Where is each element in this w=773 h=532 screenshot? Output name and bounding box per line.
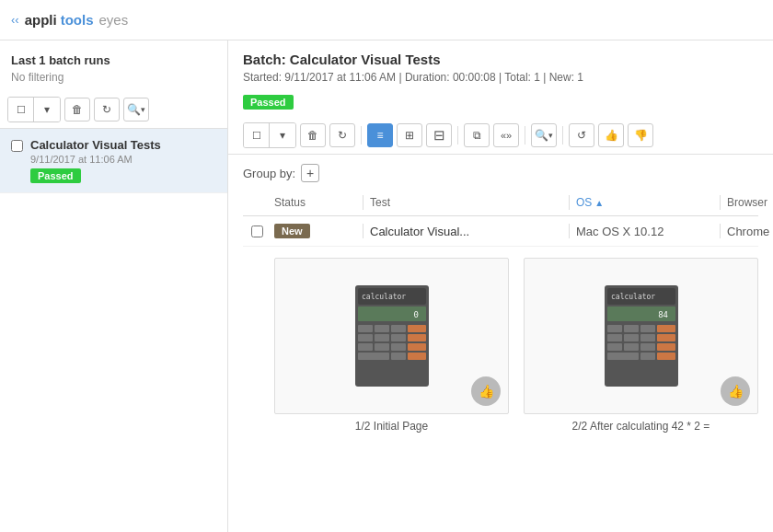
checkbox-icon: ☐ — [252, 130, 261, 142]
col-test-header: Test — [366, 196, 569, 209]
screenshots-row: calculator 0 — [274, 247, 758, 447]
svg-rect-9 — [358, 334, 373, 341]
screenshot-label-2: 2/2 After calculating 42 * 2 = — [524, 420, 758, 433]
screenshot-item-1: calculator 0 — [274, 258, 509, 433]
toolbar-nav-button[interactable]: «» — [493, 123, 519, 147]
compare-icon: ⧉ — [473, 129, 481, 142]
toolbar-search-button[interactable]: 🔍 ▾ — [531, 123, 557, 147]
row-browser-cell: Chrome — [723, 225, 773, 238]
group-by-row: Group by: + — [243, 155, 758, 190]
thumbs-up-overlay-2[interactable]: 👍 — [721, 376, 750, 406]
toolbar-grid-small-button[interactable]: ⊞ — [397, 123, 422, 147]
toolbar-compare-button[interactable]: ⧉ — [464, 123, 490, 147]
svg-rect-34 — [624, 343, 639, 351]
calc-thumbnail-1: calculator 0 — [351, 281, 433, 391]
toolbar-grid-large-button[interactable]: ⊟ — [426, 123, 452, 147]
batch-passed-badge: Passed — [243, 95, 294, 110]
search-icon: 🔍 — [127, 103, 141, 116]
toolbar-select-dropdown[interactable]: ▾ — [270, 123, 295, 147]
svg-rect-38 — [640, 353, 655, 360]
row-div1 — [363, 224, 363, 238]
screenshot-frame-2[interactable]: calculator 84 — [524, 258, 758, 414]
chevron-down-icon: ▾ — [280, 129, 285, 142]
sidebar-subtitle: No filtering — [11, 71, 216, 84]
thumbs-down-icon: 👎 — [634, 129, 648, 142]
sidebar-refresh-button[interactable]: ↻ — [94, 98, 120, 121]
screenshot-frame-1[interactable]: calculator 0 — [274, 258, 509, 414]
svg-rect-35 — [640, 343, 655, 351]
sidebar-toolbar: ☐ ▾ 🗑 ↻ 🔍 ▾ — [0, 91, 227, 129]
toolbar-thumbs-down-button[interactable]: 👎 — [628, 123, 653, 147]
sidebar-item-checkbox[interactable] — [11, 140, 23, 152]
search-icon: 🔍 — [535, 129, 548, 142]
logo-back-arrow[interactable]: ‹‹ — [11, 13, 19, 27]
batch-status: Passed — [243, 91, 758, 110]
search-dropdown-icon: ▾ — [141, 105, 145, 114]
col-test-label: Test — [370, 196, 390, 209]
sidebar-item-badge: Passed — [30, 168, 81, 183]
svg-rect-5 — [358, 325, 373, 332]
svg-rect-17 — [358, 353, 389, 360]
sidebar-list: Calculator Visual Tests 9/11/2017 at 11:… — [0, 129, 227, 532]
svg-rect-10 — [375, 334, 389, 341]
svg-text:0: 0 — [413, 310, 418, 319]
thumbs-up-overlay-1[interactable]: 👍 — [471, 376, 501, 406]
sidebar-header: Last 1 batch runs No filtering — [0, 40, 227, 91]
screenshot-item-2: calculator 84 — [524, 258, 758, 433]
svg-rect-11 — [391, 334, 406, 341]
screenshot-label-1: 1/2 Initial Page — [274, 420, 509, 433]
col-browser-label: Browser — [727, 196, 767, 209]
sidebar-select-checkbox[interactable]: ☐ — [8, 98, 34, 121]
calc-thumbnail-2: calculator 84 — [600, 281, 683, 391]
svg-rect-15 — [391, 343, 406, 351]
svg-rect-26 — [624, 325, 639, 332]
col-os-header[interactable]: OS ▲ — [572, 196, 720, 209]
chevron-down-icon: ▾ — [44, 103, 50, 116]
col-div3 — [720, 195, 721, 210]
svg-rect-29 — [607, 334, 622, 341]
toolbar-select-checkbox[interactable]: ☐ — [244, 123, 270, 147]
grid-small-icon: ⊞ — [405, 129, 414, 142]
sidebar-batch-item[interactable]: Calculator Visual Tests 9/11/2017 at 11:… — [0, 129, 227, 193]
toolbar-refresh-button[interactable]: ↻ — [329, 123, 355, 147]
sidebar-search-button[interactable]: 🔍 ▾ — [123, 98, 149, 121]
col-status-label: Status — [274, 196, 306, 209]
list-view-icon: ≡ — [376, 129, 383, 142]
sort-up-icon: ▲ — [594, 198, 604, 208]
col-div2 — [569, 195, 570, 210]
sidebar-item-content: Calculator Visual Tests 9/11/2017 at 11:… — [30, 138, 216, 183]
toolbar-delete-button[interactable]: 🗑 — [300, 123, 326, 147]
toolbar-sep4 — [562, 126, 563, 145]
col-os-label: OS — [576, 196, 592, 209]
svg-text:calculator: calculator — [611, 293, 655, 301]
table-header: Status Test OS ▲ Browser Viewport — [243, 190, 758, 216]
toolbar-sep1 — [361, 126, 362, 145]
checkbox-icon: ☐ — [17, 104, 26, 116]
content-toolbar: ☐ ▾ 🗑 ↻ ≡ ⊞ — [243, 117, 758, 154]
logo-eyes: eyes — [99, 12, 129, 28]
svg-rect-13 — [358, 343, 373, 351]
svg-rect-32 — [657, 334, 675, 341]
sidebar-item-date: 9/11/2017 at 11:06 AM — [30, 154, 216, 165]
toolbar-sep2 — [457, 126, 458, 145]
thumbs-up-icon-1: 👍 — [479, 384, 494, 399]
col-browser-header: Browser — [723, 196, 773, 209]
trash-icon: 🗑 — [307, 129, 318, 142]
toolbar-thumbs-up-button[interactable]: 👍 — [598, 123, 624, 147]
toolbar-list-view-button[interactable]: ≡ — [367, 123, 393, 147]
nav-left-icon: «» — [501, 130, 512, 141]
sidebar-delete-button[interactable]: 🗑 — [64, 98, 90, 121]
toolbar-undo-button[interactable]: ↺ — [569, 123, 594, 147]
group-by-add-button[interactable]: + — [301, 164, 319, 182]
table-area: Group by: + Status Test OS ▲ — [228, 155, 773, 532]
toolbar-sep3 — [525, 126, 525, 145]
app-header: ‹‹ applitools eyes — [0, 0, 773, 40]
svg-rect-27 — [640, 325, 655, 332]
row-checkbox-cell — [243, 226, 271, 237]
sidebar-item-name: Calculator Visual Tests — [30, 138, 216, 152]
sidebar-select-dropdown[interactable]: ▾ — [34, 98, 60, 121]
group-by-label: Group by: — [243, 167, 295, 180]
svg-text:calculator: calculator — [362, 293, 406, 301]
svg-rect-8 — [408, 325, 426, 332]
row-checkbox[interactable] — [251, 226, 263, 237]
